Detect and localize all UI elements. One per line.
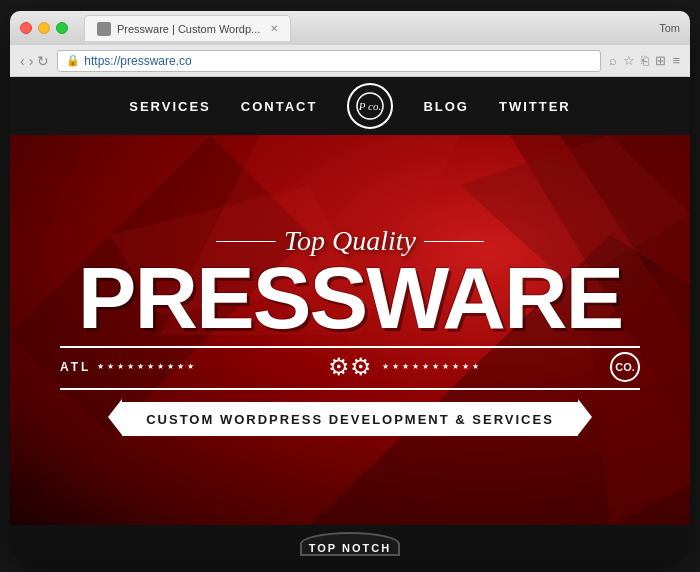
hero-overlay: Top Quality PRESSWARE ATL ★ ★ ★ ★ ★ <box>10 135 690 525</box>
lock-icon: 🔒 <box>66 54 80 67</box>
brand-title: PRESSWARE <box>78 254 622 342</box>
back-button[interactable]: ‹ <box>20 53 25 69</box>
minimize-button[interactable] <box>38 22 50 34</box>
url-bar[interactable]: 🔒 https://pressware.co <box>57 50 601 72</box>
stars-right: ★ ★ ★ ★ ★ ★ ★ ★ ★ ★ <box>382 362 602 371</box>
search-icon[interactable]: ⌕ <box>609 53 617 68</box>
top-notch-badge: TOP NOTCH <box>300 532 400 556</box>
maximize-button[interactable] <box>56 22 68 34</box>
tab-title: Pressware | Custom Wordp... <box>117 23 260 35</box>
close-button[interactable] <box>20 22 32 34</box>
nav-buttons: ‹ › ↻ <box>20 53 49 69</box>
services-peek-text: SERVICES <box>263 556 436 561</box>
bottom-teaser: TOP NOTCH SERVICES <box>10 525 690 561</box>
gears-icon: ⚙⚙ <box>328 353 372 381</box>
browser-toolbar: ⌕ ☆ ⎗ ⊞ ≡ <box>609 53 680 68</box>
hero-section: Top Quality PRESSWARE ATL ★ ★ ★ ★ ★ <box>10 135 690 525</box>
user-avatar: Tom <box>659 22 680 34</box>
atl-label: ATL <box>60 360 91 374</box>
browser-window: Pressware | Custom Wordp... ✕ Tom ‹ › ↻ … <box>10 11 690 561</box>
top-notch-text: TOP NOTCH <box>309 542 391 554</box>
site-logo[interactable]: P co. <box>347 83 393 129</box>
menu-icon[interactable]: ≡ <box>672 53 680 68</box>
address-bar: ‹ › ↻ 🔒 https://pressware.co ⌕ ☆ ⎗ ⊞ ≡ <box>10 45 690 77</box>
browser-tab[interactable]: Pressware | Custom Wordp... ✕ <box>84 15 291 41</box>
traffic-lights <box>20 22 68 34</box>
extensions-icon[interactable]: ⊞ <box>655 53 666 68</box>
tab-favicon <box>97 22 111 36</box>
url-text: https://pressware.co <box>84 54 191 68</box>
title-bar: Pressware | Custom Wordp... ✕ Tom <box>10 11 690 45</box>
svg-text:P co.: P co. <box>358 100 381 112</box>
nav-blog[interactable]: BLOG <box>423 99 469 114</box>
site-nav: SERVICES CONTACT P co. BLOG TWITTER <box>10 77 690 135</box>
bottom-divider <box>60 388 640 390</box>
forward-button[interactable]: › <box>29 53 34 69</box>
nav-contact[interactable]: CONTACT <box>241 99 318 114</box>
atl-co-row: ATL ★ ★ ★ ★ ★ ★ ★ ★ ★ ★ ⚙⚙ <box>60 352 640 382</box>
tab-bar: Pressware | Custom Wordp... ✕ <box>84 15 653 41</box>
tagline-text: CUSTOM WORDPRESS DEVELOPMENT & SERVICES <box>146 412 554 427</box>
banner-body: CUSTOM WORDPRESS DEVELOPMENT & SERVICES <box>122 402 578 436</box>
nav-twitter[interactable]: TWITTER <box>499 99 571 114</box>
nav-services[interactable]: SERVICES <box>129 99 211 114</box>
share-icon[interactable]: ⎗ <box>641 53 649 68</box>
tab-close-icon[interactable]: ✕ <box>270 23 278 34</box>
co-label: CO. <box>610 352 640 382</box>
refresh-button[interactable]: ↻ <box>37 53 49 69</box>
tagline-banner: CUSTOM WORDPRESS DEVELOPMENT & SERVICES <box>108 398 592 436</box>
star-icon[interactable]: ☆ <box>623 53 635 68</box>
website-content: SERVICES CONTACT P co. BLOG TWITTER <box>10 77 690 561</box>
stars-left: ★ ★ ★ ★ ★ ★ ★ ★ ★ ★ <box>97 362 317 371</box>
